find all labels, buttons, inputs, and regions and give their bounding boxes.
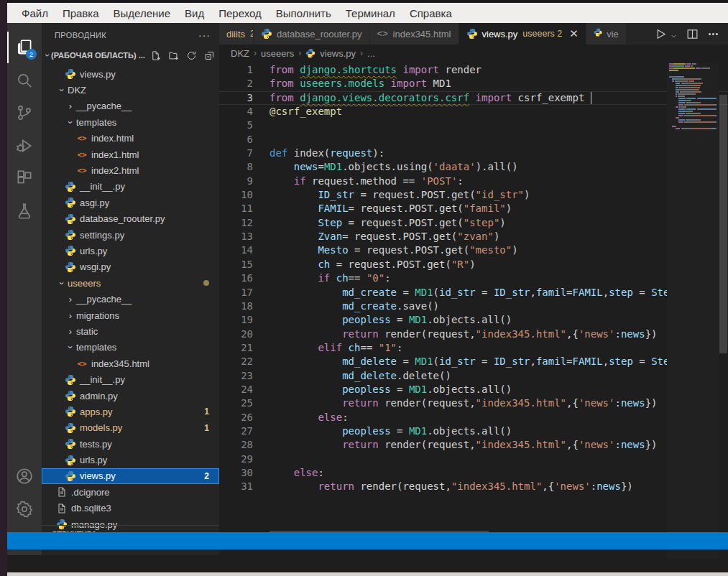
refresh-icon[interactable] [186, 50, 197, 61]
code-line-8[interactable]: 8 news=MD1.objects.using('daata').all() [219, 160, 728, 174]
code-line-31[interactable]: 31 return render(request,"index345.html"… [219, 480, 728, 493]
tree-item-templates[interactable]: ›templates [42, 114, 219, 130]
new-folder-icon[interactable] [168, 50, 179, 61]
account-activity-icon[interactable] [7, 460, 42, 492]
code-line-29[interactable]: 29 [219, 452, 728, 466]
menubar-item-8[interactable]: Справка [402, 5, 459, 22]
code-line-14[interactable]: 14 Mesto = request.POST.get("mesto") [219, 243, 728, 257]
tree-item-index.html[interactable]: <>index.html [42, 131, 219, 147]
code-line-26[interactable]: 26 else: [219, 411, 728, 424]
menubar-item-7[interactable]: Терминал [338, 5, 402, 22]
code-line-13[interactable]: 13 Zvan= request.POST.get("zvan") [219, 230, 728, 243]
tree-item--pycache-[interactable]: ›__pycache__ [42, 98, 219, 114]
menubar-item-2[interactable]: Правка [55, 5, 106, 22]
tree-item-templates[interactable]: ›templates [42, 340, 219, 356]
workspace-section-header[interactable]: › (РАБОЧАЯ ОБЛАСТЬ) ... [42, 47, 219, 64]
breadcrumb[interactable]: DKZ›useeers›views.py›... [219, 45, 728, 62]
minimap[interactable] [667, 63, 719, 559]
code-line-11[interactable]: 11 FAMIL= request.POST.get("famil") [219, 202, 728, 215]
code-editor[interactable]: 1from django.shortcuts import render2fro… [219, 63, 728, 555]
tree-item--init-.py[interactable]: __init__.py [42, 179, 219, 195]
more-icon[interactable] [707, 28, 719, 40]
code-line-10[interactable]: 10 ID_str = request.POST.get("id_str") [219, 188, 728, 202]
tree-item-urls.py[interactable]: urls.py [42, 243, 219, 259]
code-line-25[interactable]: 25 return render(request,"index345.html"… [219, 396, 728, 410]
tree-item-apps.py[interactable]: apps.py1 [42, 404, 219, 419]
code-line-5[interactable]: 5 [219, 119, 728, 132]
tree-item-index2.html[interactable]: <>index2.html [42, 162, 219, 178]
code-line-17[interactable]: 17 md_create = MD1(id_str = ID_str,famil… [219, 286, 728, 299]
tree-item-index1.html[interactable]: <>index1.html [42, 147, 219, 162]
settings-activity-icon[interactable] [7, 493, 42, 525]
breadcrumb-item[interactable]: ... [367, 48, 375, 59]
code-line-21[interactable]: 21 elif ch== "1": [219, 341, 728, 355]
tab-database-roouter.py[interactable]: database_roouter.py [254, 23, 370, 45]
new-file-icon[interactable] [150, 50, 161, 61]
code-line-1[interactable]: 1from django.shortcuts import render [219, 63, 728, 77]
tree-item-migrations[interactable]: ›migrations [42, 307, 219, 323]
testing-activity-icon[interactable] [7, 195, 42, 227]
close-icon[interactable]: ✕ [569, 27, 579, 40]
code-line-3[interactable]: 3from django.views.decorators.csrf impor… [219, 91, 728, 105]
tree-item-tests.py[interactable]: tests.py [42, 436, 219, 452]
breadcrumb-item[interactable]: DKZ [231, 48, 249, 59]
split-editor-icon[interactable] [686, 28, 699, 40]
code-line-27[interactable]: 27 peopless = MD1.objects.all() [219, 424, 728, 438]
code-line-30[interactable]: 30 else: [219, 466, 728, 480]
code-line-23[interactable]: 23 md_delete.delete() [219, 369, 728, 383]
tab-views.py[interactable]: views.pyuseeers 2✕ [459, 23, 586, 45]
menubar-item-1[interactable]: Файл [14, 5, 55, 22]
menubar-item-3[interactable]: Выделение [106, 5, 178, 22]
code-line-2[interactable]: 2from useeers.models import MD1 [219, 77, 728, 90]
explorer-activity-icon[interactable]: 2 [7, 32, 42, 63]
vertical-scrollbar-slider[interactable] [719, 95, 727, 353]
tree-item-urls.py[interactable]: urls.py [42, 452, 219, 468]
tab-diiits[interactable]: diiits2 [219, 23, 254, 45]
code-line-19[interactable]: 19 peopless = MD1.objects.all() [219, 313, 728, 327]
tree-item-asgi.py[interactable]: asgi.py [42, 195, 219, 210]
tree-item-useeers[interactable]: ›useeers [42, 275, 219, 291]
search-activity-icon[interactable] [7, 65, 42, 96]
breadcrumb-item[interactable]: views.py [320, 48, 356, 59]
tree-item--init-.py[interactable]: __init__.py [42, 371, 219, 387]
code-line-16[interactable]: 16 if ch== "0": [219, 271, 728, 285]
tree-item-wsgi.py[interactable]: wsgi.py [42, 259, 219, 275]
code-line-20[interactable]: 20 return render(request,"index345.html"… [219, 328, 728, 341]
code-line-18[interactable]: 18 md_create.save() [219, 299, 728, 313]
tree-item-admin.py[interactable]: admin.py [42, 388, 219, 404]
code-line-7[interactable]: 7def index(request): [219, 147, 728, 160]
tree-item-db.sqlite3[interactable]: db.sqlite3 [42, 501, 219, 516]
code-line-24[interactable]: 24 peopless = MD1.objects.all() [219, 383, 728, 396]
tree-item-static[interactable]: ›static [42, 323, 219, 339]
code-line-15[interactable]: 15 ch = request.POST.get("R") [219, 258, 728, 271]
menubar-item-5[interactable]: Переход [211, 5, 269, 22]
vertical-scrollbar[interactable] [719, 63, 728, 555]
code-line-9[interactable]: 9 if request.method == 'POST': [219, 175, 728, 188]
code-line-22[interactable]: 22 md_delete = MD1(id_str = ID_str,famil… [219, 355, 728, 368]
tree-item-views.py[interactable]: views.py2 [42, 468, 219, 484]
run-icon[interactable] [655, 28, 667, 40]
code-line-12[interactable]: 12 Step = request.POST.get("step") [219, 216, 728, 230]
tab-vie[interactable]: vie [586, 23, 627, 45]
tree-item-settings.py[interactable]: settings.py [42, 227, 219, 243]
tree-item-models.py[interactable]: models.py1 [42, 420, 219, 436]
collapse-all-icon[interactable] [204, 50, 215, 61]
source-control-activity-icon[interactable] [7, 97, 42, 129]
breadcrumb-item[interactable]: useeers [261, 48, 294, 59]
tree-item-.dcignore[interactable]: .dcignore [42, 484, 219, 500]
tree-item-views.py[interactable]: views.py [42, 66, 219, 82]
code-line-6[interactable]: 6 [219, 133, 728, 147]
code-line-4[interactable]: 4@csrf_exempt [219, 105, 728, 119]
tree-item-DKZ[interactable]: ›DKZ [42, 82, 219, 98]
menubar-item-6[interactable]: Выполнить [269, 5, 338, 22]
tree-item--pycache-[interactable]: ›__pycache__ [42, 291, 219, 307]
menubar-item-4[interactable]: Вид [178, 5, 211, 22]
tree-item-database-roouter.py[interactable]: database_roouter.py [42, 211, 219, 227]
chevron-down-icon[interactable] [670, 30, 678, 38]
tree-item-index345.html[interactable]: <>index345.html [42, 356, 219, 371]
code-line-28[interactable]: 28 return render(request,"index345.html"… [219, 438, 728, 452]
tab-index345.html[interactable]: <>index345.html [370, 23, 459, 45]
run-debug-activity-icon[interactable] [7, 130, 42, 162]
explorer-more-icon[interactable]: ··· [198, 29, 211, 41]
extensions-activity-icon[interactable] [7, 162, 42, 194]
